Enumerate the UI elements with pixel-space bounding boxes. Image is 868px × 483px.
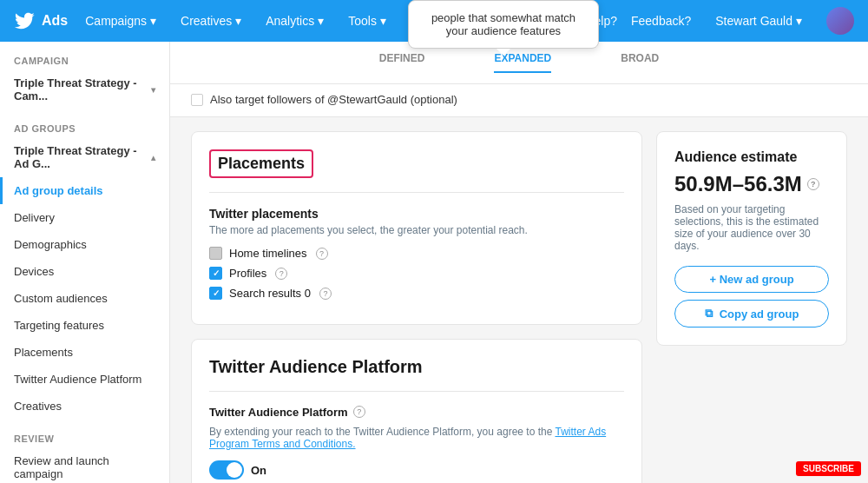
placements-section-title: Twitter placements (209, 207, 624, 221)
audience-info-icon[interactable]: ? (807, 178, 819, 190)
ad-groups-section-label: AD GROUPS (0, 109, 169, 137)
chevron-down-icon: ▾ (380, 14, 386, 28)
placements-card: Placements Twitter placements The more a… (191, 131, 642, 325)
checkbox-partial-icon (209, 247, 222, 260)
tooltip-container: people that somewhat match your audience… (408, 0, 599, 56)
tap-divider (209, 391, 624, 392)
toggle-row: On (209, 460, 624, 480)
chevron-down-icon: ▾ (796, 14, 802, 28)
audience-estimate-card: Audience estimate 50.9M–56.3M ? Based on… (656, 131, 847, 346)
checkbox-checked-icon (209, 287, 222, 300)
placement-profiles[interactable]: Profiles ? (209, 267, 624, 280)
action-buttons: + New ad group ⧉ Copy ad group (674, 266, 829, 328)
checkbox-checked-icon (209, 267, 222, 280)
tap-title: Twitter Audience Platform (209, 357, 624, 377)
right-panel: Audience estimate 50.9M–56.3M ? Based on… (656, 131, 847, 483)
brand: Ads (14, 10, 68, 31)
info-icon[interactable]: ? (316, 248, 328, 260)
twitter-logo-icon (14, 10, 35, 31)
tap-description: By extending your reach to the Twitter A… (209, 426, 624, 450)
copy-icon: ⧉ (705, 307, 713, 321)
tap-subtitle-row: Twitter Audience Platform ? (209, 406, 624, 419)
tap-subtitle: Twitter Audience Platform (209, 406, 348, 419)
chevron-up-icon: ▴ (151, 153, 155, 162)
sidebar-campaign-name[interactable]: Triple Threat Strategy - Cam... ▾ (0, 69, 169, 109)
also-target-row: Also target followers of @StewartGauld (… (170, 84, 868, 117)
review-section-label: REVIEW (0, 420, 169, 447)
progress-tabs: DEFINED EXPANDED BROAD (191, 52, 847, 83)
nav-tools[interactable]: Tools ▾ (338, 9, 397, 33)
brand-name: Ads (42, 13, 68, 29)
placements-title-row: Placements (209, 149, 624, 178)
tap-info-icon[interactable]: ? (353, 406, 365, 418)
placement-search-results[interactable]: Search results 0 ? (209, 287, 624, 300)
toggle-label: On (251, 464, 266, 477)
content-area: Placements Twitter placements The more a… (170, 117, 868, 483)
tooltip-text: people that somewhat match your audience… (431, 11, 575, 37)
avatar-image (826, 7, 854, 35)
placement-home-timelines[interactable]: Home timelines ? (209, 247, 624, 260)
sidebar-item-targeting-features[interactable]: Targeting features (0, 312, 169, 339)
also-target-label[interactable]: Also target followers of @StewartGauld (… (191, 93, 847, 106)
tab-broad[interactable]: BROAD (621, 52, 659, 73)
navbar-right: Help? Feedback? Stewart Gauld ▾ (585, 7, 854, 35)
chevron-down-icon: ▾ (150, 14, 156, 28)
toggle-knob (227, 462, 242, 478)
youtube-subscribe-badge: SUBSCRIBE (796, 461, 861, 476)
sidebar-item-placements[interactable]: Placements (0, 339, 169, 366)
sidebar-item-delivery[interactable]: Delivery (0, 204, 169, 231)
avatar[interactable] (826, 7, 854, 35)
sidebar-item-creatives[interactable]: Creatives (0, 393, 169, 420)
audience-range: 50.9M–56.3M ? (674, 172, 829, 196)
sidebar-ad-group-name[interactable]: Triple Threat Strategy - Ad G... ▴ (0, 137, 169, 177)
main-content: DEFINED EXPANDED BROAD Also target follo… (170, 42, 868, 483)
tap-card: Twitter Audience Platform Twitter Audien… (191, 339, 642, 483)
audience-estimate-title: Audience estimate (674, 149, 829, 165)
info-icon[interactable]: ? (275, 268, 287, 280)
navbar-nav: Campaigns ▾ Creatives ▾ Analytics ▾ Tool… (75, 9, 397, 33)
chevron-down-icon: ▾ (318, 14, 324, 28)
tooltip-arrow (496, 49, 510, 56)
nav-analytics[interactable]: Analytics ▾ (255, 9, 334, 33)
nav-campaigns[interactable]: Campaigns ▾ (75, 9, 167, 33)
placements-section-subtitle: The more ad placements you select, the g… (209, 224, 624, 236)
also-target-checkbox[interactable] (191, 94, 203, 106)
sidebar-item-demographics[interactable]: Demographics (0, 231, 169, 258)
new-ad-group-button[interactable]: + New ad group (674, 266, 829, 293)
user-menu[interactable]: Stewart Gauld ▾ (705, 9, 812, 33)
chevron-down-icon: ▾ (235, 14, 241, 28)
copy-ad-group-button[interactable]: ⧉ Copy ad group (674, 300, 829, 328)
chevron-down-icon: ▾ (151, 85, 155, 95)
sidebar-item-review[interactable]: Review and launch campaign (0, 447, 169, 483)
sidebar-item-twitter-audience-platform[interactable]: Twitter Audience Platform (0, 366, 169, 393)
info-icon[interactable]: ? (319, 288, 332, 300)
campaign-section-label: CAMPAIGN (0, 42, 169, 69)
feedback-link[interactable]: Feedback? (631, 14, 691, 28)
sidebar-item-custom-audiences[interactable]: Custom audiences (0, 285, 169, 312)
sidebar: CAMPAIGN Triple Threat Strategy - Cam...… (0, 42, 170, 483)
placements-title: Placements (209, 149, 313, 178)
sidebar-item-ad-group-details[interactable]: Ad group details (0, 177, 169, 204)
layout: CAMPAIGN Triple Threat Strategy - Cam...… (0, 42, 868, 483)
tooltip-box: people that somewhat match your audience… (408, 0, 599, 49)
nav-creatives[interactable]: Creatives ▾ (170, 9, 252, 33)
tap-toggle[interactable] (209, 460, 244, 480)
audience-description: Based on your targeting selections, this… (674, 203, 829, 252)
divider (209, 192, 624, 193)
content-main: Placements Twitter placements The more a… (191, 131, 642, 483)
sidebar-item-devices[interactable]: Devices (0, 258, 169, 285)
